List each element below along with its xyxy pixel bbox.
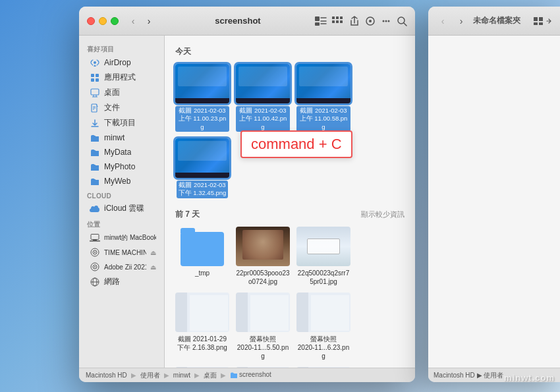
last7-file-grid: _tmp 22pr00053pooo23o0724.jpg [175, 227, 405, 368]
file-thumb-screen550 [236, 293, 290, 332]
cloud-section-title: Cloud [79, 188, 164, 201]
partial-status-text: Macintosh HD ▶ 使用者 [434, 371, 503, 380]
file-item-screen827[interactable]: 螢幕快照2020-11...8.27.png [296, 367, 350, 368]
sidebar-item-myweb[interactable]: MyWeb [82, 174, 161, 188]
desktop-icon [90, 88, 100, 98]
file-item-screenshot3[interactable]: 截圖 2021-02-03上午 11.00.58.png [296, 64, 350, 132]
forward-button[interactable]: › [142, 14, 155, 28]
file-item-table[interactable]: 22q500023q2srr75pr01.jpg [296, 227, 350, 286]
svg-point-37 [94, 266, 96, 267]
partial-back-button[interactable]: ‹ [436, 14, 449, 28]
svg-rect-43 [534, 22, 538, 25]
file-label-screen623: 螢幕快照2020-11...6.23.png [296, 335, 350, 360]
svg-point-10 [383, 20, 385, 22]
sidebar-item-minwt[interactable]: minwt [82, 130, 161, 145]
file-label-3: 截圖 2021-02-03上午 11.00.58.png [296, 106, 350, 132]
svg-rect-20 [91, 89, 99, 95]
status-minwt: minwt [173, 372, 190, 379]
minimize-button[interactable] [99, 17, 107, 25]
file-item-screen755[interactable]: 螢幕快照2020-11...7.55.png [175, 367, 229, 368]
timemachine-eject-icon[interactable]: ⏏ [150, 249, 156, 256]
sidebar-item-desktop[interactable]: 桌面 [82, 85, 161, 100]
file-item-screen815[interactable]: 螢幕快照2020-11...8.15.png [236, 367, 290, 368]
network-icon [90, 277, 100, 287]
sidebar-item-timemachine[interactable]: TIME MACHINE ⏏ [82, 245, 161, 260]
svg-rect-31 [93, 240, 97, 241]
macbook-icon [90, 233, 100, 243]
toolbar-right [315, 16, 407, 26]
file-item-tmp[interactable]: _tmp [175, 227, 229, 286]
docs-icon [90, 103, 100, 113]
svg-rect-41 [534, 17, 538, 21]
content-area: 今天 截圖 2021-02-03上午 11.00.23.png [165, 36, 415, 368]
svg-rect-29 [91, 235, 99, 240]
svg-point-9 [369, 20, 372, 22]
sidebar-item-mydata[interactable]: MyData [82, 145, 161, 159]
last7-title: 前 7 天 [175, 209, 200, 220]
search-button[interactable] [397, 16, 407, 26]
file-label-finder1: 截圖 2021-01-29下午 2.16.38.png [177, 335, 227, 352]
today-section-header: 今天 [175, 46, 405, 57]
partial-body [428, 36, 560, 368]
section-toggle[interactable]: 顯示較少資訊 [361, 210, 405, 219]
sidebar-item-network[interactable]: 網路 [82, 274, 161, 289]
adobe-eject-icon[interactable]: ⏏ [150, 264, 156, 271]
back-button[interactable]: ‹ [126, 14, 140, 28]
file-thumb-2 [236, 64, 290, 103]
timemachine-icon [90, 247, 100, 258]
file-thumb-finder1 [175, 293, 229, 332]
apps-icon [90, 72, 100, 83]
file-label-tmp: _tmp [195, 269, 210, 277]
airdrop-label: AirDrop [104, 58, 131, 67]
icloud-label: iCloud 雲碟 [104, 203, 144, 214]
sidebar-item-docs[interactable]: 文件 [82, 100, 161, 115]
sidebar-item-downloads[interactable]: 下載項目 [82, 115, 161, 130]
downloads-label: 下載項目 [104, 117, 136, 128]
svg-rect-17 [96, 74, 99, 77]
command-tooltip: command + C [240, 130, 352, 158]
file-item-food[interactable]: 22pr00053pooo23o0724.jpg [236, 227, 290, 286]
status-screenshot: screenshot [230, 371, 271, 379]
file-thumb-table [296, 227, 350, 266]
sidebar-item-apps[interactable]: 應用程式 [82, 70, 161, 85]
file-thumb-food [236, 227, 290, 266]
sidebar-item-macbook[interactable]: minwt的 MacBook Air [82, 231, 161, 245]
svg-line-14 [404, 23, 406, 26]
partial-forward-button[interactable]: › [455, 14, 468, 28]
sidebar-item-myphoto[interactable]: MyPhoto [82, 159, 161, 174]
maximize-button[interactable] [111, 17, 119, 25]
sidebar-item-airdrop[interactable]: AirDrop [82, 55, 161, 70]
view-icon-button[interactable] [315, 16, 327, 26]
watermark: minwt.com [504, 373, 555, 383]
desktop: ‹ › screenshot [0, 0, 560, 392]
file-item-screenshot1[interactable]: 截圖 2021-02-03上午 11.00.23.png [175, 64, 229, 132]
macbook-label: minwt的 MacBook Air [104, 233, 156, 242]
file-item-screenshot2[interactable]: 截圖 2021-02-03上午 11.00.42.png [236, 64, 290, 132]
file-item-finder1[interactable]: 截圖 2021-01-29下午 2.16.38.png [175, 293, 229, 360]
close-button[interactable] [87, 17, 95, 25]
file-label-4: 截圖 2021-02-03下午 1.32.45.png [177, 181, 229, 198]
svg-rect-6 [336, 20, 339, 23]
svg-rect-0 [315, 16, 320, 21]
more-button[interactable] [381, 16, 391, 26]
svg-point-11 [385, 20, 387, 22]
myweb-label: MyWeb [104, 177, 130, 186]
file-label-food: 22pr00053pooo23o0724.jpg [236, 269, 289, 286]
file-label-2: 截圖 2021-02-03上午 11.00.42.png [236, 106, 290, 132]
adobe-label: Adobe Zii 2021 6 [104, 264, 146, 271]
file-thumb-1 [175, 64, 229, 103]
sidebar-item-icloud[interactable]: iCloud 雲碟 [82, 201, 161, 216]
apps-label: 應用程式 [104, 72, 136, 83]
svg-point-34 [94, 252, 96, 253]
grid-button[interactable] [332, 16, 344, 26]
file-item-screenshot4[interactable]: 截圖 2021-02-03下午 1.32.45.png [175, 138, 229, 198]
file-item-screen623[interactable]: 螢幕快照2020-11...6.23.png [296, 293, 350, 360]
file-thumb-4 [175, 138, 229, 178]
share-button[interactable] [349, 16, 360, 26]
file-label-screen550: 螢幕快照2020-11...5.50.png [236, 335, 290, 360]
tag-button[interactable] [365, 16, 376, 26]
downloads-icon [90, 118, 100, 128]
svg-rect-42 [539, 17, 543, 21]
file-item-screen550[interactable]: 螢幕快照2020-11...5.50.png [236, 293, 290, 360]
sidebar-item-adobe[interactable]: Adobe Zii 2021 6 ⏏ [82, 260, 161, 274]
